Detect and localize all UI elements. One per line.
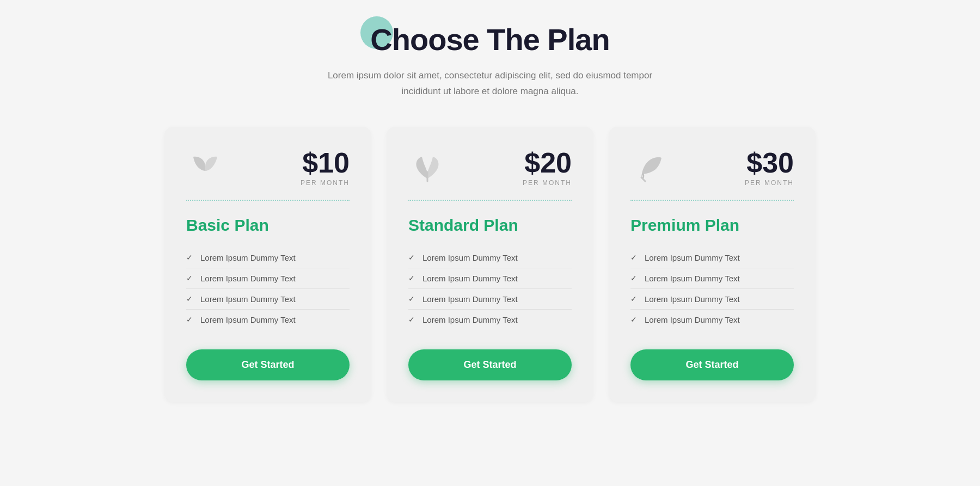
plans-container: $10 PER MONTH Basic Plan ✓ Lorem Ipsum D…	[150, 127, 830, 402]
check-icon: ✓	[408, 294, 415, 303]
list-item: ✓ Lorem Ipsum Dummy Text	[186, 248, 350, 268]
plan-card-standard: $20 PER MONTH Standard Plan ✓ Lorem Ipsu…	[387, 127, 593, 402]
list-item: ✓ Lorem Ipsum Dummy Text	[408, 310, 572, 330]
check-icon: ✓	[408, 315, 415, 324]
plan-features-standard: ✓ Lorem Ipsum Dummy Text ✓ Lorem Ipsum D…	[408, 248, 572, 330]
list-item: ✓ Lorem Ipsum Dummy Text	[186, 310, 350, 330]
plan-divider-premium	[630, 200, 794, 201]
plan-header-basic: $10 PER MONTH	[186, 149, 350, 187]
list-item: ✓ Lorem Ipsum Dummy Text	[630, 289, 794, 310]
price-block-standard: $20 PER MONTH	[523, 149, 572, 187]
plan-card-basic: $10 PER MONTH Basic Plan ✓ Lorem Ipsum D…	[164, 127, 371, 402]
list-item: ✓ Lorem Ipsum Dummy Text	[630, 248, 794, 268]
list-item: ✓ Lorem Ipsum Dummy Text	[408, 289, 572, 310]
plan-price-basic: $10	[301, 149, 350, 177]
get-started-button-premium[interactable]: Get Started	[630, 349, 794, 380]
get-started-button-standard[interactable]: Get Started	[408, 349, 572, 380]
plan-period-premium: PER MONTH	[745, 179, 794, 187]
check-icon: ✓	[408, 253, 415, 262]
plan-name-basic: Basic Plan	[186, 216, 350, 235]
plan-card-premium: $30 PER MONTH Premium Plan ✓ Lorem Ipsum…	[609, 127, 816, 402]
plan-divider-basic	[186, 200, 350, 201]
list-item: ✓ Lorem Ipsum Dummy Text	[186, 268, 350, 289]
check-icon: ✓	[186, 274, 193, 282]
check-icon: ✓	[408, 274, 415, 282]
check-icon: ✓	[630, 315, 637, 324]
check-icon: ✓	[630, 253, 637, 262]
price-block-premium: $30 PER MONTH	[745, 149, 794, 187]
plan-header-standard: $20 PER MONTH	[408, 149, 572, 187]
check-icon: ✓	[186, 315, 193, 324]
list-item: ✓ Lorem Ipsum Dummy Text	[186, 289, 350, 310]
price-block-basic: $10 PER MONTH	[301, 149, 350, 187]
plan-name-premium: Premium Plan	[630, 216, 794, 235]
leaf-double-icon	[408, 149, 446, 187]
leaf-sprout-icon	[186, 149, 224, 187]
list-item: ✓ Lorem Ipsum Dummy Text	[408, 248, 572, 268]
plan-name-standard: Standard Plan	[408, 216, 572, 235]
check-icon: ✓	[186, 253, 193, 262]
plan-price-premium: $30	[745, 149, 794, 177]
plan-period-basic: PER MONTH	[301, 179, 350, 187]
list-item: ✓ Lorem Ipsum Dummy Text	[408, 268, 572, 289]
list-item: ✓ Lorem Ipsum Dummy Text	[630, 310, 794, 330]
check-icon: ✓	[630, 274, 637, 282]
plan-header-premium: $30 PER MONTH	[630, 149, 794, 187]
leaf-single-icon	[630, 149, 669, 187]
page-title: Choose The Plan	[370, 22, 609, 57]
check-icon: ✓	[630, 294, 637, 303]
plan-price-standard: $20	[523, 149, 572, 177]
check-icon: ✓	[186, 294, 193, 303]
plan-period-standard: PER MONTH	[523, 179, 572, 187]
page-header: Choose The Plan Lorem ipsum dolor sit am…	[316, 22, 664, 100]
title-wrapper: Choose The Plan	[370, 22, 609, 57]
plan-divider-standard	[408, 200, 572, 201]
get-started-button-basic[interactable]: Get Started	[186, 349, 350, 380]
plan-features-basic: ✓ Lorem Ipsum Dummy Text ✓ Lorem Ipsum D…	[186, 248, 350, 330]
list-item: ✓ Lorem Ipsum Dummy Text	[630, 268, 794, 289]
page-subtitle: Lorem ipsum dolor sit amet, consectetur …	[316, 68, 664, 100]
plan-features-premium: ✓ Lorem Ipsum Dummy Text ✓ Lorem Ipsum D…	[630, 248, 794, 330]
